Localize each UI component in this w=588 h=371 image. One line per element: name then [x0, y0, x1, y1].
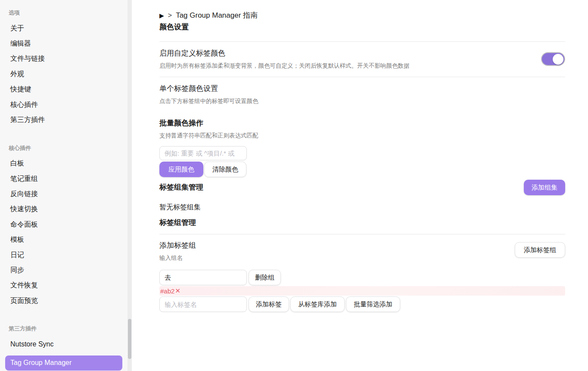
setting-enable-custom-colors: 启用自定义标签颜色 启用时为所有标签添加柔和渐变背景，颜色可自定义；关闭后恢复默…	[159, 42, 565, 77]
empty-group-set-text: 暂无标签组集	[159, 203, 565, 212]
sidebar-item-sync[interactable]: 同步	[9, 262, 121, 277]
add-tag-group-setting: 添加标签组 输入组名 添加标签组	[159, 234, 565, 264]
breadcrumb-title: Tag Group Manager 指南	[176, 10, 258, 21]
collapse-triangle-icon[interactable]: ▶	[159, 10, 164, 21]
sidebar-item-core-plugins[interactable]: 核心插件	[9, 97, 121, 112]
sidebar-scrollbar-thumb[interactable]	[128, 319, 131, 359]
batch-pattern-input[interactable]	[159, 146, 247, 160]
setting-name: 单个标签颜色设置	[159, 84, 258, 94]
sidebar-item-hotkeys[interactable]: 快捷键	[9, 82, 121, 97]
sidebar-item-about[interactable]: 关于	[9, 21, 121, 36]
tag-chip[interactable]: #ab2	[159, 287, 174, 295]
sidebar-item-canvas[interactable]: 白板	[9, 156, 121, 171]
breadcrumb-separator: >	[168, 10, 172, 21]
toggle-knob	[553, 54, 563, 65]
sidebar-item-command-palette[interactable]: 命令面板	[9, 217, 121, 232]
setting-description: 启用时为所有标签添加柔和渐变背景，颜色可自定义；关闭后恢复默认样式。开关不影响颜…	[159, 62, 410, 70]
tag-add-row: 添加标签 从标签库添加 批量筛选添加	[159, 296, 565, 312]
setting-name: 启用自定义标签颜色	[159, 48, 410, 59]
tag-group-management-heading: 标签组管理	[159, 218, 565, 228]
delete-group-button[interactable]: 删除组	[249, 270, 281, 285]
setting-name: 添加标签组	[159, 240, 196, 251]
batch-color-section: 批量颜色操作 支持普通字符串匹配和正则表达式匹配 应用颜色 清除颜色	[159, 118, 565, 177]
sidebar-item-page-preview[interactable]: 页面预览	[9, 293, 121, 308]
setting-description: 点击下方标签组中的标签即可设置颜色	[159, 97, 258, 105]
batch-color-heading: 批量颜色操作	[159, 118, 565, 128]
settings-sidebar: 选项 关于 编辑器 文件与链接 外观 快捷键 核心插件 第三方插件 核心插件 白…	[0, 0, 128, 371]
add-group-set-button[interactable]: 添加组集	[524, 180, 565, 195]
sidebar-item-tag-group-manager[interactable]: Tag Group Manager	[5, 355, 122, 371]
sidebar-section-options: 选项 关于 编辑器 文件与链接 外观 快捷键 核心插件 第三方插件	[9, 9, 121, 128]
sidebar-item-file-recovery[interactable]: 文件恢复	[9, 278, 121, 293]
sidebar-item-note-composer[interactable]: 笔记重组	[9, 171, 121, 186]
sidebar-scrollbar-track[interactable]	[128, 0, 132, 371]
clear-color-button[interactable]: 清除颜色	[204, 162, 246, 177]
setting-info: 添加标签组 输入组名	[159, 240, 196, 262]
add-from-library-button[interactable]: 从标签库添加	[290, 296, 345, 312]
batch-color-description: 支持普通字符串匹配和正则表达式匹配	[159, 131, 565, 140]
sidebar-section-header: 核心插件	[9, 144, 121, 153]
sidebar-item-templates[interactable]: 模板	[9, 232, 121, 247]
tag-group-set-section: 标签组集管理 添加组集	[159, 180, 565, 195]
add-tag-button[interactable]: 添加标签	[249, 296, 289, 312]
tag-list-strip: #ab2 ✕	[159, 286, 565, 296]
setting-info: 启用自定义标签颜色 启用时为所有标签添加柔和渐变背景，颜色可自定义；关闭后恢复默…	[159, 48, 410, 70]
batch-filter-add-button[interactable]: 批量筛选添加	[346, 296, 400, 312]
sidebar-item-nutstore-sync[interactable]: Nutstore Sync	[9, 337, 121, 352]
sidebar-item-daily-notes[interactable]: 日记	[9, 247, 121, 262]
setting-single-tag-color: 单个标签颜色设置 点击下方标签组中的标签即可设置颜色	[159, 77, 565, 112]
color-settings-heading: 颜色设置	[159, 22, 565, 32]
group-name-input[interactable]	[159, 270, 247, 285]
sidebar-item-editor[interactable]: 编辑器	[9, 36, 121, 51]
custom-color-toggle[interactable]	[541, 52, 565, 66]
add-tag-group-button[interactable]: 添加标签组	[515, 242, 565, 258]
setting-description: 输入组名	[159, 254, 196, 262]
settings-main-panel: ▶ > Tag Group Manager 指南 颜色设置 启用自定义标签颜色 …	[132, 0, 588, 371]
sidebar-section-header: 第三方插件	[9, 324, 121, 333]
tag-group-set-heading: 标签组集管理	[159, 182, 203, 193]
sidebar-item-quick-switcher[interactable]: 快速切换	[9, 202, 121, 217]
sidebar-section-core-plugins: 核心插件 白板 笔记重组 反向链接 快速切换 命令面板 模板 日记 同步 文件恢…	[9, 144, 121, 309]
tag-name-input[interactable]	[159, 296, 247, 312]
tag-delete-icon[interactable]: ✕	[175, 287, 180, 295]
sidebar-item-files-links[interactable]: 文件与链接	[9, 51, 121, 66]
sidebar-section-community-plugins: 第三方插件 Nutstore Sync Tag Group Manager	[9, 324, 121, 371]
apply-color-button[interactable]: 应用颜色	[159, 162, 203, 177]
guide-breadcrumb[interactable]: ▶ > Tag Group Manager 指南	[159, 10, 565, 21]
sidebar-section-header: 选项	[9, 9, 121, 17]
setting-info: 单个标签颜色设置 点击下方标签组中的标签即可设置颜色	[159, 84, 258, 105]
sidebar-item-backlinks[interactable]: 反向链接	[9, 186, 121, 201]
sidebar-item-community-plugins[interactable]: 第三方插件	[9, 112, 121, 127]
sidebar-item-appearance[interactable]: 外观	[9, 66, 121, 81]
group-name-row: 删除组	[159, 270, 565, 285]
